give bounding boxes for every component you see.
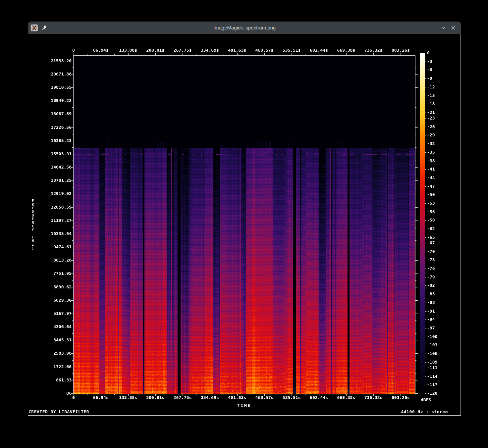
colorbar-tick-label: -59 (427, 218, 435, 223)
window-titlebar[interactable]: ImageMagick: spectrum.png (28, 22, 461, 34)
freq-axis-title-char: E (30, 217, 35, 221)
image-viewport[interactable]: 066.94s133.88s200.81s267.75s334.69s401.6… (28, 34, 461, 416)
time-tick-label: 133.88s (119, 395, 137, 400)
colorbar-tick-label: -26 (427, 124, 435, 129)
freq-axis-title-char: Q (30, 210, 35, 214)
colorbar-tick-label: -117 (427, 382, 437, 387)
freq-axis-title-char: ) (30, 246, 35, 250)
colorbar-tick-label: -65 (427, 235, 435, 240)
colorbar-tick-label: -100 (427, 334, 437, 339)
freq-tick-label: 6890.62 (28, 284, 72, 289)
colorbar-tick-label: -29 (427, 132, 435, 137)
colorbar-tick-label: -103 (427, 342, 437, 347)
colorbar-tick-label: -23 (427, 116, 435, 121)
colorbar-tick-label: -73 (427, 257, 435, 262)
colorbar (420, 53, 425, 393)
time-tick-label: 736.32s (364, 395, 383, 400)
colorbar-tick-label: -15 (427, 93, 435, 98)
freq-tick-label: 8613.28 (28, 258, 72, 263)
colorbar-tick-label: -91 (427, 309, 435, 314)
colorbar-tick-label: -94 (427, 317, 435, 322)
freq-tick-label: 17226.56 (28, 125, 72, 130)
shade-window-icon[interactable] (441, 25, 446, 30)
time-tick-label: 535.51s (283, 48, 301, 53)
footer-created-by: CREATED BY LIBAVFILTER (28, 409, 89, 414)
colorbar-tick-label: -38 (427, 158, 435, 163)
time-tick-label: 0 (72, 395, 75, 400)
freq-tick-label: 3445.31 (28, 337, 72, 342)
freq-axis-title-char: Y (30, 228, 35, 232)
freq-tick-label: 14642.58 (28, 165, 72, 170)
freq-tick-label: 4306.64 (28, 324, 72, 329)
freq-tick-label: 15503.91 (28, 151, 72, 156)
colorbar-tick-label: -70 (427, 249, 435, 254)
time-tick-label: 267.75s (174, 48, 192, 53)
freq-axis-title-char: N (30, 221, 35, 224)
time-tick-label: 669.38s (337, 395, 355, 400)
colorbar-tick-label: -67 (427, 240, 435, 245)
colorbar-tick-label: 0 (427, 50, 430, 55)
colorbar-tick-label: -56 (427, 209, 435, 214)
spectrogram-canvas (74, 56, 415, 394)
freq-tick-label: 20671.88 (28, 72, 72, 76)
freq-tick-label: 21533.20 (28, 58, 72, 63)
freq-axis-title-char: R (30, 203, 35, 206)
freq-tick-label: 18087.89 (28, 111, 72, 116)
freq-axis-title-char: F (30, 199, 35, 203)
time-tick-label: 535.51s (283, 395, 301, 400)
freq-tick-label: 18949.22 (28, 98, 72, 103)
freq-tick-label: 19810.55 (28, 85, 72, 90)
colorbar-tick-label: -62 (427, 226, 435, 231)
freq-tick-label: 861.33 (28, 377, 72, 382)
time-tick-label: 133.88s (119, 48, 137, 53)
time-tick-label: 334.69s (201, 48, 219, 53)
time-tick-label: 0 (72, 48, 75, 53)
freq-axis-title-char: H (30, 239, 35, 243)
time-tick-label: 267.75s (174, 395, 192, 400)
time-tick-label: 200.81s (146, 48, 164, 53)
colorbar-tick-label: -47 (427, 184, 435, 189)
time-tick-label: 602.44s (310, 395, 328, 400)
colorbar-tick-label: -3 (427, 59, 432, 64)
colorbar-tick-label: -120 (427, 391, 437, 396)
colorbar-tick-label: -106 (427, 351, 437, 356)
freq-axis-title-char: C (30, 224, 35, 228)
freq-tick-label: 12919.92 (28, 191, 72, 196)
screen: ImageMagick: spectrum.png 066.94s133.88s… (0, 0, 488, 448)
colorbar-tick-label: -97 (427, 325, 435, 330)
freq-axis-title-char (30, 232, 35, 235)
window-title: ImageMagick: spectrum.png (28, 22, 461, 34)
freq-tick-label: 7751.95 (28, 271, 72, 276)
colorbar-tick-label: -114 (427, 374, 437, 379)
time-tick-label: 200.81s (146, 395, 164, 400)
time-tick-label: 803.26s (392, 395, 410, 400)
time-tick-label: 468.57s (255, 48, 274, 53)
colorbar-tick-label: -6 (427, 67, 432, 72)
frequency-axis-title: FREQUENCY (Hz) (30, 199, 35, 250)
freq-axis-title-char: E (30, 206, 35, 210)
time-tick-label: 334.69s (201, 395, 219, 400)
close-window-icon[interactable] (451, 25, 456, 30)
time-tick-label: 66.94s (93, 395, 109, 400)
colorbar-tick-label: -85 (427, 291, 435, 296)
colorbar-tick-label: -18 (427, 101, 435, 106)
colorbar-tick-label: -32 (427, 141, 435, 146)
time-tick-label: 401.63s (228, 48, 246, 53)
colorbar-tick-label: -44 (427, 175, 435, 180)
colorbar-tick-label: -12 (427, 84, 435, 89)
colorbar-tick-label: -82 (427, 283, 435, 288)
freq-tick-label: 13781.25 (28, 178, 72, 183)
colorbar-tick-label: -41 (427, 167, 435, 172)
freq-tick-label: DC (28, 391, 72, 396)
freq-tick-label: 6029.30 (28, 298, 72, 303)
colorbar-tick-label: -21 (427, 110, 435, 115)
footer-samplerate-channels: 44100 Hz : stereo (401, 409, 448, 414)
freq-axis-title-char: z (30, 243, 35, 246)
time-axis-title: TIME (237, 403, 251, 408)
colorbar-tick-label: -35 (427, 150, 435, 155)
colorbar-tick-label: -88 (427, 300, 435, 305)
colorbar-tick-label: -53 (427, 201, 435, 206)
time-tick-label: 66.94s (93, 48, 109, 53)
time-tick-label: 602.44s (310, 48, 328, 53)
colorbar-tick-label: -111 (427, 365, 437, 370)
